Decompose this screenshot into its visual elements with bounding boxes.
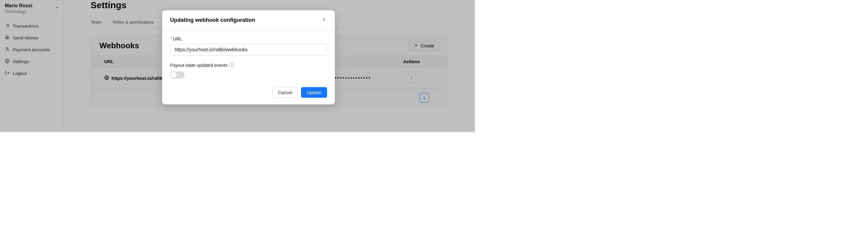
- update-button[interactable]: Update: [301, 87, 327, 98]
- payout-label-text: Payout state updated events: [170, 62, 227, 68]
- url-label: * URL: [170, 36, 327, 41]
- info-icon[interactable]: i: [229, 63, 234, 68]
- url-input[interactable]: [170, 44, 327, 56]
- url-label-text: URL: [173, 36, 182, 41]
- payout-label: Payout state updated events i: [170, 62, 327, 68]
- cancel-button[interactable]: Cancel: [272, 87, 298, 98]
- payout-toggle[interactable]: [170, 71, 185, 79]
- toggle-knob: [170, 72, 177, 78]
- close-icon[interactable]: [321, 17, 327, 24]
- update-webhook-modal: Updating webhook configuration * URL Pay…: [162, 10, 335, 104]
- modal-title: Updating webhook configuration: [170, 17, 255, 23]
- required-marker: *: [170, 36, 172, 41]
